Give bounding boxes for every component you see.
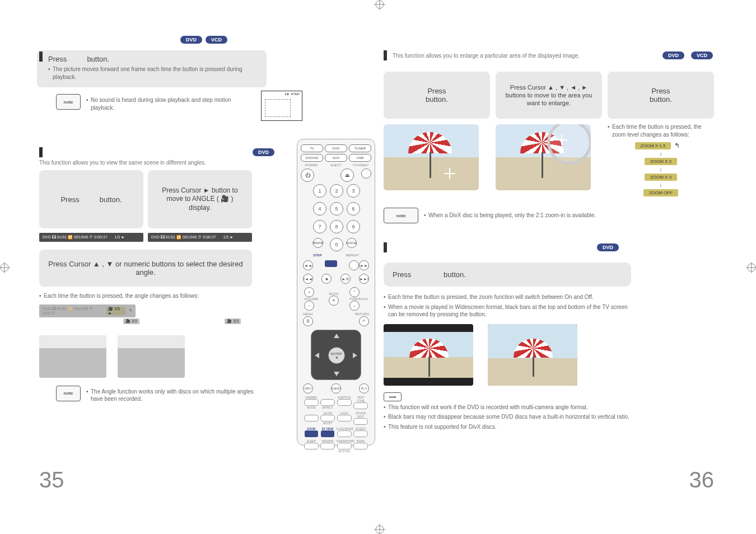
remote-label-tvvideo: TV/VIDEO bbox=[350, 163, 371, 167]
remote-btn-menu[interactable]: ☰ bbox=[303, 316, 313, 326]
zoom-divx-note: When a DivX disc is being played, only t… bbox=[424, 212, 596, 219]
zoom-step1-button: button. bbox=[426, 95, 448, 104]
zoom-step1-press: Press bbox=[427, 87, 446, 95]
step-osd-frame: II► STEP bbox=[261, 91, 302, 121]
remote-btn-subtitle[interactable] bbox=[337, 399, 352, 406]
remote-btn-tv[interactable]: TV bbox=[301, 144, 323, 152]
remote-cursor-down[interactable] bbox=[334, 372, 339, 376]
remote-btn-dramte[interactable] bbox=[320, 443, 335, 449]
step-instruction-box: Press button. The picture moves forward … bbox=[37, 50, 267, 87]
remote-btn-band[interactable] bbox=[353, 443, 368, 449]
remote-btn-stop[interactable]: ■ bbox=[321, 274, 332, 284]
zoom-step3-box: Press button. bbox=[608, 72, 714, 119]
remote-btn-sleep[interactable] bbox=[304, 443, 319, 449]
remote-btn-dvdhd[interactable]: DVD/HD bbox=[301, 154, 323, 162]
remote-btn-slevmode[interactable] bbox=[337, 430, 352, 437]
remote-btn-most[interactable] bbox=[320, 415, 335, 421]
remote-btn-aux[interactable]: AUX bbox=[325, 154, 347, 162]
remote-cursor-right[interactable] bbox=[353, 353, 357, 358]
zoom-image-1 bbox=[384, 124, 479, 190]
ezview-image-no-bars bbox=[488, 324, 577, 386]
remote-btn-ch-down[interactable]: ⌄ bbox=[349, 301, 360, 311]
remote-btn-ezview-highlight[interactable] bbox=[321, 430, 334, 437]
crop-mark-top bbox=[374, 0, 385, 10]
zoom-loop-arrow: ↰ bbox=[674, 142, 680, 149]
remote-key-0[interactable]: 0 bbox=[330, 238, 343, 251]
remote-btn-cancel[interactable]: CANCEL bbox=[347, 238, 357, 248]
angle-sample-image-1 bbox=[39, 335, 106, 378]
remote-btn-soundedit[interactable] bbox=[353, 418, 368, 425]
remote-btn-dvd[interactable]: DVD bbox=[325, 144, 347, 152]
remote-btn-ff[interactable]: ►► bbox=[359, 260, 369, 270]
remote-btn-testtone[interactable] bbox=[353, 402, 368, 409]
angle-sample-image-2 bbox=[118, 335, 185, 378]
zoom-divx-note-chip: note bbox=[384, 208, 418, 223]
remote-key-5[interactable]: 5 bbox=[330, 202, 343, 216]
remote-control: TV DVD TUNER DVD/HD AUX USB POWER EJECT … bbox=[297, 139, 375, 446]
zoom-step2-text: Press Cursor ▲ , ▼ , ◄ , ► buttons to mo… bbox=[503, 83, 594, 107]
remote-key-3[interactable]: 3 bbox=[347, 184, 360, 198]
remote-btn-next[interactable]: ►►I bbox=[359, 274, 369, 284]
remote-btn-tvvideo[interactable] bbox=[361, 168, 371, 179]
remote-btn-effect[interactable] bbox=[320, 399, 335, 406]
remote-btn-zoom-highlight[interactable] bbox=[305, 430, 318, 437]
crop-mark-bottom bbox=[374, 524, 385, 534]
remote-btn-rew[interactable]: ◄◄ bbox=[303, 260, 313, 270]
remote-btn-playpause[interactable]: ►/II bbox=[340, 274, 351, 284]
remote-btn-remain[interactable]: REMAIN bbox=[313, 238, 323, 248]
remote-btn-info[interactable]: INFO bbox=[303, 383, 313, 394]
angle-osd-strip-a: DVD 🎞 01/01 🔁 001/040 ⏱ 0:00:37 🎥 1/3 ► bbox=[39, 233, 143, 242]
remote-btn-power[interactable]: ⏻ bbox=[301, 168, 314, 182]
ezview-note-2: Black bars may not disappear because som… bbox=[384, 413, 675, 421]
remote-label-menu: MENU bbox=[303, 312, 313, 316]
angle-1-3: 🎥 1/3 ► bbox=[106, 307, 125, 315]
remote-btn-usb[interactable]: USB bbox=[349, 154, 371, 162]
remote-label-power: POWER bbox=[301, 163, 322, 167]
remote-btn-digest[interactable] bbox=[353, 430, 368, 437]
remote-btn-mode[interactable] bbox=[304, 399, 319, 406]
page-number-left: 35 bbox=[39, 467, 64, 493]
angle-row-3: 🎥 3/3 bbox=[225, 318, 241, 324]
right-page: This function allows you to enlarge a pa… bbox=[384, 34, 714, 493]
remote-btn-eject[interactable]: ⏏ bbox=[340, 168, 354, 182]
crop-mark-right bbox=[746, 262, 756, 273]
remote-btn-plii[interactable]: PL II bbox=[359, 383, 369, 394]
remote-label-mute: MUTE bbox=[329, 292, 339, 296]
remote-key-7[interactable]: 7 bbox=[313, 220, 326, 233]
remote-btn-return[interactable]: ↶ bbox=[359, 316, 369, 326]
remote-label-repeat: REPEAT bbox=[346, 254, 359, 257]
remote-btn-mute[interactable]: ✕ bbox=[329, 296, 339, 306]
zoom-level-off: ZOOM OFF bbox=[643, 189, 678, 196]
remote-btn-repeat[interactable] bbox=[349, 260, 359, 270]
zoom-level-1: ZOOM X 1.5 bbox=[635, 142, 671, 149]
zoom-eachtime: Each time the button is pressed, the zoo… bbox=[608, 123, 714, 138]
angle-step1-press: Press bbox=[60, 195, 79, 204]
remote-cursor-up[interactable] bbox=[334, 334, 339, 338]
remote-key-6[interactable]: 6 bbox=[347, 202, 360, 216]
remote-key-1[interactable]: 1 bbox=[313, 184, 326, 198]
zoom-step1-box: Press button. bbox=[384, 72, 490, 119]
remote-btn-logo[interactable] bbox=[337, 415, 352, 421]
remote-btn-vol-up[interactable]: + bbox=[304, 287, 314, 297]
remote-key-4[interactable]: 4 bbox=[313, 202, 326, 216]
remote-btn-prev[interactable]: I◄◄ bbox=[303, 274, 313, 284]
remote-btn-avsync[interactable] bbox=[337, 443, 352, 449]
zoom-section-accent bbox=[384, 50, 387, 60]
step-press-line: Press button. bbox=[48, 55, 261, 63]
remote-label-step: STEP bbox=[313, 254, 322, 257]
remote-key-9[interactable]: 9 bbox=[347, 220, 360, 233]
remote-btn-vol-down[interactable]: − bbox=[304, 301, 314, 311]
remote-btn-enter[interactable]: ENTER ✥ bbox=[328, 347, 345, 364]
remote-btn-audio[interactable]: AUDIO bbox=[331, 383, 341, 394]
remote-btn-step-highlight[interactable] bbox=[325, 260, 337, 267]
angle-strip-b-text: DVD 🎞 01/01 🔁 001/040 ⏱ 0:00:37 🎥 1/3 ► bbox=[151, 235, 234, 240]
remote-btn-tuner[interactable]: TUNER bbox=[349, 144, 371, 152]
remote-key-8[interactable]: 8 bbox=[330, 220, 343, 233]
step-osd-label: II► STEP bbox=[262, 91, 302, 97]
dvd-pill: DVD bbox=[180, 36, 202, 44]
angle-step2-text: Press Cursor ► button to move to ANGLE (… bbox=[156, 186, 244, 213]
remote-btn-ch-up[interactable]: ⌃ bbox=[349, 287, 360, 297]
remote-btn-r2c1[interactable] bbox=[304, 415, 319, 421]
remote-cursor-left[interactable] bbox=[315, 353, 319, 358]
remote-key-2[interactable]: 2 bbox=[330, 184, 343, 198]
